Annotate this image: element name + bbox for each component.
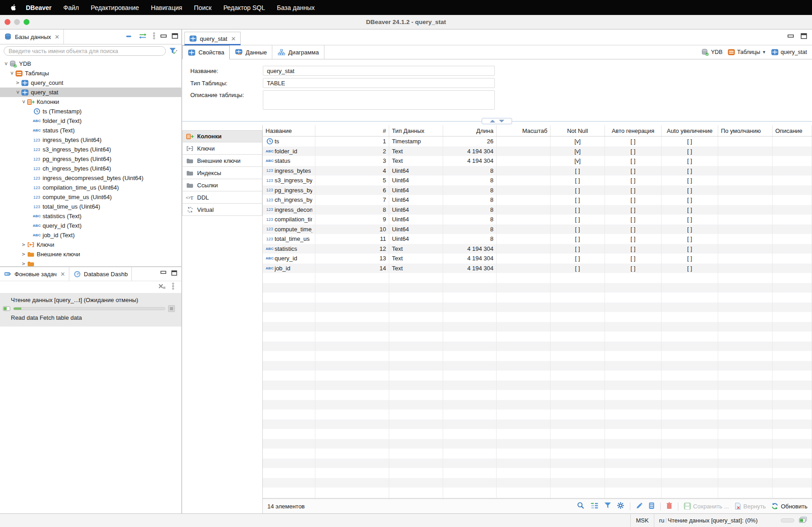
section-2[interactable]: Ключи	[182, 142, 262, 155]
breadcrumb-database[interactable]: YDB	[700, 49, 724, 56]
maximize-icon[interactable]	[172, 33, 179, 40]
gear-icon[interactable]	[617, 502, 624, 511]
refresh-button[interactable]: Обновить	[771, 503, 807, 510]
tab-background-tasks[interactable]: Фоновые задач ✕	[0, 267, 69, 281]
search-icon[interactable]	[577, 502, 585, 511]
tree-item-query_id[interactable]: ABCquery_id (Text)	[0, 221, 181, 230]
chevron-expanded-icon[interactable]: >	[15, 89, 20, 96]
tree-item-status[interactable]: ABCstatus (Text)	[0, 126, 181, 135]
filter-icon[interactable]	[169, 48, 178, 55]
save-button[interactable]: Сохранить ...	[684, 503, 729, 510]
view-menu-icon[interactable]	[171, 283, 175, 292]
chevron-expanded-icon[interactable]: >	[10, 70, 14, 77]
grid-header-6[interactable]: Not Null	[551, 125, 605, 136]
minimize-window-button[interactable]	[14, 19, 20, 25]
close-icon[interactable]: ✕	[59, 271, 65, 278]
filter-icon[interactable]	[604, 502, 611, 510]
form-grid-splitter[interactable]	[182, 117, 812, 125]
tree-item-Таблицы[interactable]: >Таблицы	[0, 68, 181, 78]
search-input[interactable]: Введите часть имени объекта для поиска	[4, 46, 166, 56]
timezone-indicator[interactable]: MSK	[630, 514, 653, 527]
grid-header-9[interactable]: По умолчанию	[718, 125, 773, 136]
chevron-expanded-icon[interactable]: >	[21, 99, 26, 105]
minimize-view-icon[interactable]	[160, 270, 167, 278]
tree-item-Ключи[interactable]: >Ключи	[0, 240, 181, 249]
close-window-button[interactable]	[5, 19, 10, 25]
tree-item-ts[interactable]: ts (Timestamp)	[0, 107, 181, 116]
tree-item-total_time_us[interactable]: 123total_time_us (Uint64)	[0, 202, 181, 211]
tree-item-Колонки[interactable]: >Колонки	[0, 97, 181, 107]
section-3[interactable]: Внешние ключи	[182, 155, 262, 167]
tree-item-query_count[interactable]: >query_count	[0, 78, 181, 88]
table-row[interactable]: 123total_time_us11Uint648[ ][ ][ ]	[263, 234, 812, 244]
table-row[interactable]: ABCfolder_id2Text4 194 304[v][ ][ ]	[263, 146, 812, 156]
menu-item-3[interactable]: Редактирование	[85, 4, 145, 11]
tree-item-compilation_time_us[interactable]: 123compilation_time_us (Uint64)	[0, 183, 181, 192]
view-menu-icon[interactable]	[152, 32, 156, 41]
minimize-editor-icon[interactable]	[788, 33, 794, 41]
menu-item-2[interactable]: Файл	[58, 4, 85, 11]
menu-item-5[interactable]: Поиск	[188, 4, 218, 11]
maximize-editor-icon[interactable]	[801, 33, 807, 41]
table-row[interactable]: 123ingress_bytes4Uint648[ ][ ][ ]	[263, 166, 812, 176]
chevron-collapsed-icon[interactable]: >	[20, 242, 27, 247]
tree-item-YDB[interactable]: >YDB	[0, 59, 181, 68]
grid-header-10[interactable]: Описание	[773, 125, 812, 136]
chevron-collapsed-icon[interactable]: >	[14, 80, 21, 85]
table-row[interactable]: 123compute_time_us10Uint648[ ][ ][ ]	[263, 224, 812, 234]
subtab-3[interactable]: Диаграмма	[272, 45, 324, 59]
menu-item-4[interactable]: Навигация	[145, 4, 188, 11]
section-1[interactable]: Колонки	[182, 130, 262, 142]
table-row[interactable]: ts1Timestamp26[v][ ][ ]	[263, 137, 812, 146]
collapse-up-icon[interactable]	[490, 120, 495, 122]
close-icon[interactable]: ✕	[230, 35, 236, 42]
rows-icon[interactable]	[648, 502, 655, 511]
section-6[interactable]: <>TDDL	[182, 191, 262, 204]
subtab-1[interactable]: Свойства	[182, 45, 230, 59]
table-row[interactable]: 123ch_ingress_bytes7Uint648[ ][ ][ ]	[263, 195, 812, 205]
background-jobs-icon[interactable]	[799, 517, 807, 525]
language-indicator[interactable]: ru ⁞ Чтение данных [query_stat]: (0%)	[654, 514, 763, 527]
clear-terminated-jobs-icon[interactable]	[158, 283, 166, 292]
trash-icon[interactable]	[666, 502, 672, 511]
minimize-icon[interactable]	[160, 34, 167, 40]
table-row[interactable]: ABCstatus3Text4 194 304[v][ ][ ]	[263, 156, 812, 166]
table-row[interactable]: 123pg_ingress_bytes6Uint648[ ][ ][ ]	[263, 185, 812, 195]
grid-header-7[interactable]: Авто генерация	[605, 125, 662, 136]
apple-menu-icon[interactable]	[6, 4, 20, 11]
collapse-all-icon[interactable]	[125, 34, 133, 40]
tab-databases[interactable]: Базы данных ✕	[0, 29, 64, 44]
tree-item-ingress_decompressed_bytes[interactable]: 123ingress_decompressed_bytes (Uint64)	[0, 173, 181, 183]
table-row[interactable]: ABCquery_id13Text4 194 304[ ][ ][ ]	[263, 254, 812, 264]
tree-item-ingress_bytes[interactable]: 123ingress_bytes (Uint64)	[0, 135, 181, 145]
chevron-down-icon[interactable]: ▼	[762, 50, 766, 54]
menu-item-7[interactable]: База данных	[271, 4, 320, 11]
section-5[interactable]: Ссылки	[182, 179, 262, 191]
breadcrumb-container[interactable]: Таблицы ▼	[726, 49, 768, 56]
grid-header-3[interactable]: Тип Данных	[389, 125, 443, 136]
section-4[interactable]: Индексы	[182, 167, 262, 179]
table-row[interactable]: ABCstatistics12Text4 194 304[ ][ ][ ]	[263, 244, 812, 254]
tab-database-dashboard[interactable]: Database Dashb	[69, 267, 132, 281]
zoom-window-button[interactable]	[24, 19, 29, 25]
table-row[interactable]: 123s3_ingress_bytes5Uint648[ ][ ][ ]	[263, 176, 812, 185]
pencil-icon[interactable]	[636, 502, 643, 511]
tree-item-job_id[interactable]: ABCjob_id (Text)	[0, 230, 181, 240]
revert-button[interactable]: Вернуть	[735, 503, 766, 510]
name-field[interactable]: query_stat	[263, 66, 495, 76]
table-row[interactable]: 123ingress_decompressed_bytes8Uint648[ ]…	[263, 205, 812, 215]
breadcrumb-table[interactable]: query_stat	[769, 49, 808, 56]
menu-item-6[interactable]: Редактор SQL	[218, 4, 271, 11]
chevron-collapsed-icon[interactable]: >	[20, 252, 27, 257]
tree-item-s3_ingress_bytes[interactable]: 123s3_ingress_bytes (Uint64)	[0, 145, 181, 154]
tree-item-ch_ingress_bytes[interactable]: 123ch_ingress_bytes (Uint64)	[0, 164, 181, 173]
section-7[interactable]: Virtual	[182, 204, 262, 216]
tree-item-folder_id[interactable]: ABCfolder_id (Text)	[0, 116, 181, 126]
tree-item-compute_time_us[interactable]: 123compute_time_us (Uint64)	[0, 192, 181, 202]
editor-tab-query-stat[interactable]: query_stat ✕	[184, 32, 241, 45]
chevron-collapsed-icon[interactable]: >	[20, 261, 27, 266]
maximize-view-icon[interactable]	[171, 270, 178, 278]
link-editor-icon[interactable]	[138, 33, 148, 40]
grid-header-2[interactable]: #	[315, 125, 389, 136]
grid-header-8[interactable]: Auto увеличение	[662, 125, 718, 136]
